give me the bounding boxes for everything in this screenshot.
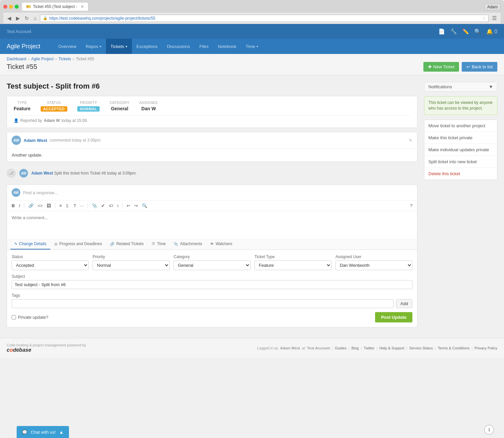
tab-time[interactable]: ⏱ Time	[148, 239, 170, 249]
nav-notebook[interactable]: Notebook	[213, 39, 241, 54]
footer-link-twitter[interactable]: Twitter	[364, 346, 374, 350]
footer-sep-4: |	[376, 346, 377, 350]
check-button[interactable]: ✔	[100, 203, 106, 209]
comment-textarea[interactable]	[7, 211, 417, 238]
content-right: Notifications ▼ This ticket can be viewe…	[424, 82, 497, 331]
footer-sep-5: |	[406, 346, 407, 350]
image-button[interactable]: 🖼	[45, 203, 52, 209]
info-button[interactable]: i	[116, 203, 120, 209]
form-assigned-user: Assigned User Dan Wentworth Unassigned A…	[335, 254, 412, 270]
content-left: Test subject - Split from #6 TYPE Featur…	[7, 82, 417, 331]
sidebar-action-move[interactable]: Move ticket to another project	[424, 120, 497, 132]
tab-watchers[interactable]: 👁 Watchers	[206, 239, 236, 249]
footer-logo: codebase	[7, 347, 86, 353]
italic-button[interactable]: I	[17, 203, 21, 209]
sidebar-actions: Move ticket to another project Make this…	[424, 120, 497, 180]
form-category: Category General Bug Feature	[174, 254, 251, 270]
priority-select[interactable]: Normal Low High Critical	[93, 260, 170, 270]
back-to-list-button[interactable]: ↩ Back to list	[462, 62, 497, 72]
footer-link-status[interactable]: Service Status	[409, 346, 433, 350]
breadcrumb-tickets[interactable]: Tickets	[58, 57, 71, 61]
ol-button[interactable]: 1.	[65, 203, 71, 209]
minimize-button[interactable]	[9, 5, 13, 9]
sidebar-action-split[interactable]: Split ticket into new ticket	[424, 156, 497, 168]
nav-time[interactable]: Time ▾	[241, 39, 263, 54]
link-button[interactable]: 🔗	[27, 203, 35, 209]
find-button[interactable]: 🔍	[141, 203, 149, 209]
tags-input[interactable]	[12, 299, 393, 308]
response-placeholder: Post a response...	[23, 190, 58, 195]
tab-close-icon[interactable]: ✕	[81, 4, 84, 9]
home-button[interactable]: ⌂	[32, 15, 38, 22]
private-update-label[interactable]: Private update?	[12, 315, 48, 320]
ticket-meta: TYPE Feature STATUS ACCEPTED PRIORITY NO…	[7, 96, 417, 128]
browser-tab[interactable]: 🎫 Ticket #55 (Test subject - ✕	[22, 3, 88, 11]
nav-discussions[interactable]: Discussions	[162, 39, 195, 54]
undo-button[interactable]: ↩	[125, 203, 132, 209]
footer-right: Logged in as Adam West at Test Account |…	[257, 346, 497, 350]
bookmark-icon[interactable]: ☆	[482, 16, 486, 21]
category-select[interactable]: General Bug Feature	[174, 260, 251, 270]
edit-comment-icon[interactable]: ✎	[409, 138, 412, 143]
close-button[interactable]	[3, 5, 7, 9]
status-select[interactable]: Accepted New In Progress Testing Closed	[12, 260, 89, 270]
browser-menu-button[interactable]: ☰	[491, 14, 498, 22]
footer-account: Test Account	[307, 346, 330, 350]
edit-icon[interactable]: ✏️	[462, 28, 469, 35]
assigned-user-select[interactable]: Dan Wentworth Unassigned Adam West	[335, 260, 412, 270]
search-icon[interactable]: 🔍	[474, 28, 481, 35]
ul-button[interactable]: ≡	[58, 203, 63, 209]
breadcrumb-dashboard[interactable]: Dashboard	[7, 57, 26, 61]
top-nav: Test Account 📄 🔧 ✏️ 🔍 🔔 0	[0, 24, 504, 39]
browser-user-label: Adam	[484, 4, 501, 9]
footer-link-guides[interactable]: Guides	[335, 346, 346, 350]
tag-button[interactable]: 🏷	[108, 203, 115, 209]
tab-progress-deadlines[interactable]: ◎ Progress and Deadlines	[50, 239, 106, 249]
more-button[interactable]: ···	[79, 203, 85, 209]
editor-tabs: ✎ Change Details ◎ Progress and Deadline…	[7, 239, 417, 250]
back-button[interactable]: ◀	[6, 15, 13, 22]
notifications-icon[interactable]: 🔔 0	[486, 28, 497, 35]
document-icon[interactable]: 📄	[438, 28, 445, 35]
nav-exceptions[interactable]: Exceptions	[132, 39, 163, 54]
forward-button[interactable]: ▶	[15, 15, 21, 22]
private-update-checkbox[interactable]	[12, 315, 16, 319]
tools-icon[interactable]: 🔧	[450, 28, 457, 35]
activity-line: ⎇ AW Adam West Split this ticket from Ti…	[7, 166, 417, 181]
plus-icon: ✚	[428, 64, 432, 69]
upload-button[interactable]: 📎	[91, 203, 99, 209]
footer-link-terms[interactable]: Terms & Conditions	[438, 346, 469, 350]
new-ticket-button[interactable]: ✚ New Ticket	[423, 62, 459, 72]
footer-sep-3: |	[361, 346, 362, 350]
nav-overview[interactable]: Overview	[54, 39, 81, 54]
nav-files[interactable]: Files	[195, 39, 213, 54]
footer-link-help[interactable]: Help & Support	[379, 346, 404, 350]
heading-button[interactable]: T	[72, 203, 78, 209]
tags-add-button[interactable]: Add	[396, 299, 412, 308]
post-update-button[interactable]: Post Update	[375, 312, 412, 322]
redo-button[interactable]: ↪	[133, 203, 139, 209]
form-status: Status Accepted New In Progress Testing …	[12, 254, 89, 270]
tab-related-tickets[interactable]: 🔗 Related Tickets	[106, 239, 148, 249]
nav-repos[interactable]: Repos ▾	[81, 39, 106, 54]
nav-tickets[interactable]: Tickets ▾	[106, 39, 132, 54]
footer-link-privacy[interactable]: Privacy Policy	[475, 346, 497, 350]
sidebar-action-private[interactable]: Make this ticket private	[424, 132, 497, 144]
subject-input[interactable]	[12, 280, 412, 289]
breadcrumb-project[interactable]: Agile Project	[31, 57, 53, 61]
address-bar[interactable]: 🔒 https://test.codebasehq.com/projects/a…	[40, 15, 489, 22]
tab-attachments[interactable]: 📎 Attachments	[170, 239, 206, 249]
sidebar-action-individual-private[interactable]: Make individual updates private	[424, 144, 497, 156]
footer-link-blog[interactable]: Blog	[351, 346, 359, 350]
meta-type: TYPE Feature	[14, 101, 31, 111]
bold-button[interactable]: B	[10, 203, 16, 209]
reload-button[interactable]: ↻	[23, 15, 30, 22]
sidebar-action-delete[interactable]: Delete this ticket	[424, 168, 497, 180]
inline-code-button[interactable]: <>	[36, 203, 44, 209]
maximize-button[interactable]	[15, 5, 19, 9]
notifications-button[interactable]: Notifications ▼	[424, 82, 497, 92]
time-dropdown-arrow: ▾	[256, 45, 258, 48]
ticket-type-select[interactable]: Feature Bug Enhancement	[254, 260, 331, 270]
tab-change-details[interactable]: ✎ Change Details	[10, 239, 50, 249]
help-button[interactable]: ?	[409, 203, 414, 209]
